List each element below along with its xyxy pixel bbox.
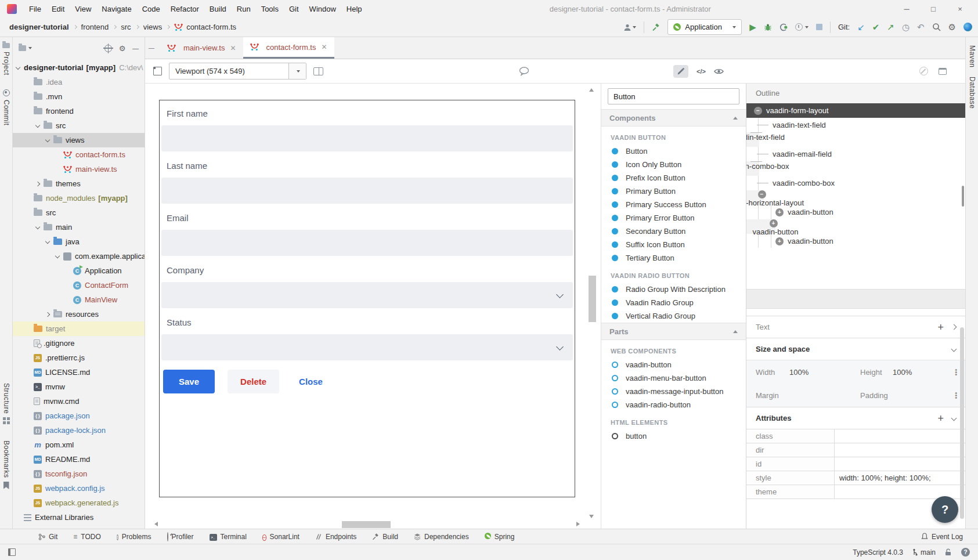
settings-gear-icon[interactable]: ⚙ [948, 22, 956, 32]
locate-file-icon[interactable] [104, 45, 112, 52]
tool-stripe-bookmarks[interactable]: Bookmarks [2, 437, 10, 489]
attach-profiler-icon[interactable] [779, 23, 788, 31]
palette-item-primary-button[interactable]: Primary Button [601, 185, 746, 198]
expand-chevron-icon[interactable] [16, 64, 20, 69]
save-button[interactable]: Save [163, 370, 215, 393]
tool-stripe-commit[interactable]: Commit [2, 89, 10, 129]
breadcrumb-item-views[interactable]: views [143, 23, 163, 31]
close-tab-icon[interactable]: ✕ [321, 43, 327, 51]
tree-root[interactable]: designer-tutorial[myapp]C:\dev\ [13, 60, 145, 75]
event-log-button[interactable]: Event Log [921, 533, 970, 541]
tree-item-tsconfig-json[interactable]: { }tsconfig.json [13, 467, 145, 481]
breadcrumb-item-designer-tutorial[interactable]: designer-tutorial [9, 23, 69, 31]
palette-search-input[interactable] [608, 88, 739, 104]
expand-chevron-icon[interactable] [35, 224, 40, 229]
designer-canvas[interactable]: First nameLast nameEmailCompanyStatus Sa… [145, 84, 601, 529]
palette-item-button[interactable]: Button [601, 144, 746, 158]
menu-navigate[interactable]: Navigate [96, 5, 136, 13]
scroll-right-arrow[interactable] [576, 522, 580, 526]
debug-button[interactable] [764, 23, 772, 31]
menu-tools[interactable]: Tools [256, 5, 284, 13]
toolwindow-button-sonarlint[interactable]: ~SonarLint [262, 533, 299, 541]
git-push-icon[interactable]: ↗ [887, 23, 894, 31]
hide-panel-icon[interactable]: ─ [132, 44, 139, 53]
form-artboard[interactable]: First nameLast nameEmailCompanyStatus Sa… [159, 100, 575, 497]
tree-item-gitignore[interactable]: .gitignore [13, 336, 145, 351]
tool-stripe-project[interactable]: Project [2, 43, 10, 79]
section-header-components[interactable]: Components [601, 109, 746, 127]
palette-item-vertical-radio-group[interactable]: Vertical Radio Group [601, 309, 746, 323]
collapse-node-icon[interactable]: − [758, 190, 766, 198]
tree-item-target[interactable]: target [13, 321, 145, 336]
scroll-up-arrow[interactable] [589, 88, 594, 92]
search-everywhere-icon[interactable] [932, 23, 941, 31]
minimize-button[interactable]: ─ [893, 5, 920, 13]
tabs-minus-icon[interactable]: ─ [145, 44, 160, 53]
palette-item-prefix-icon-button[interactable]: Prefix Icon Button [601, 171, 746, 185]
tree-item-application[interactable]: CApplication [13, 263, 145, 278]
menu-help[interactable]: Help [341, 5, 367, 13]
tree-item-main-view-ts[interactable]: main-view.ts [13, 162, 145, 176]
project-settings-icon[interactable]: ⚙ [119, 44, 126, 53]
tree-item-java[interactable]: java [13, 234, 145, 249]
tree-item-mvnw[interactable]: >_mvnw [13, 380, 145, 394]
tree-item-license-md[interactable]: MDLICENSE.md [13, 365, 145, 380]
palette-item-tertiary-button[interactable]: Tertiary Button [601, 251, 746, 265]
tree-item-mvnw-cmd[interactable]: mvnw.cmd [13, 394, 145, 409]
breadcrumb-item-contact-form-ts[interactable]: contact-form.ts [174, 23, 236, 31]
outline-node-vaadin-email-field[interactable]: vaadin-email-field [746, 147, 965, 161]
collapse-caret-icon[interactable] [733, 117, 738, 120]
tree-item-pom-xml[interactable]: mpom.xml [13, 438, 145, 452]
outline-node-vaadin-button[interactable]: +vaadin-button [746, 219, 775, 234]
outline-node-vaadin-form-layout[interactable]: −vaadin-form-layout [746, 103, 965, 118]
palette-item-vaadin-radio-group[interactable]: Vaadin Radio Group [601, 296, 746, 309]
text-field-input[interactable] [161, 230, 573, 256]
horizontal-scrollbar[interactable] [342, 521, 391, 528]
menu-git[interactable]: Git [284, 5, 304, 13]
user-icon[interactable] [623, 23, 636, 31]
chevron-right-icon[interactable] [951, 324, 957, 330]
attribute-value[interactable] [835, 429, 965, 443]
breadcrumb-item-frontend[interactable]: frontend [81, 23, 109, 31]
preview-eye-icon[interactable] [714, 68, 724, 75]
toolwindow-button-dependencies[interactable]: Dependencies [414, 533, 469, 541]
size-section-header[interactable]: Size and space [746, 338, 965, 360]
run-configuration-select[interactable]: Application [667, 19, 742, 35]
delete-button[interactable]: Delete [228, 370, 279, 393]
palette-item-radio-group-with-description[interactable]: Radio Group With Description [601, 283, 746, 296]
add-icon[interactable]: + [937, 322, 944, 333]
attribute-value[interactable] [835, 443, 965, 457]
palette-item-suffix-icon-button[interactable]: Suffix Icon Button [601, 238, 746, 251]
open-window-icon[interactable] [939, 68, 947, 75]
menu-view[interactable]: View [70, 5, 96, 13]
width-value[interactable]: 100% [789, 368, 860, 377]
section-header-parts[interactable]: Parts [601, 323, 746, 340]
stop-button[interactable] [816, 24, 822, 30]
close-tab-icon[interactable]: ✕ [230, 44, 236, 52]
scroll-down-arrow[interactable] [589, 515, 594, 518]
tree-item-webpack-generated-js[interactable]: JSwebpack.generated.js [13, 496, 145, 510]
expand-node-icon[interactable]: + [775, 237, 784, 245]
outline-node-vaadin-combo-box[interactable]: vaadin-combo-box [746, 161, 759, 176]
close-button[interactable]: Close [292, 370, 330, 393]
menu-code[interactable]: Code [137, 5, 165, 13]
expand-chevron-icon[interactable] [45, 239, 50, 243]
git-commit-icon[interactable]: ✔ [872, 23, 880, 31]
outline-node-vaadin-button[interactable]: +vaadin-button [746, 205, 965, 219]
toolwindow-button-endpoints[interactable]: Endpoints [315, 533, 356, 541]
chevron-down-icon[interactable] [951, 346, 957, 352]
tree-item-views[interactable]: views [13, 133, 145, 147]
menu-refactor[interactable]: Refactor [165, 5, 204, 13]
outline-node-vaadin-text-field[interactable]: vaadin-text-field [746, 132, 759, 147]
tree-item-package-lock-json[interactable]: { }package-lock.json [13, 423, 145, 438]
help-gear-icon[interactable]: ? [961, 548, 970, 557]
toolwindow-button-git[interactable]: Git [38, 533, 57, 541]
tool-stripe-structure[interactable]: Structure [2, 380, 10, 424]
project-view-icon[interactable] [19, 45, 26, 51]
expand-chevron-icon[interactable] [55, 253, 60, 258]
expand-chevron-icon[interactable] [45, 137, 50, 142]
palette-item-vaadin-radio-button[interactable]: vaadin-radio-button [601, 398, 746, 411]
attributes-section-header[interactable]: Attributes + [746, 407, 965, 429]
palette-item-secondary-button[interactable]: Secondary Button [601, 225, 746, 238]
palette-item-primary-success-button[interactable]: Primary Success Button [601, 198, 746, 211]
